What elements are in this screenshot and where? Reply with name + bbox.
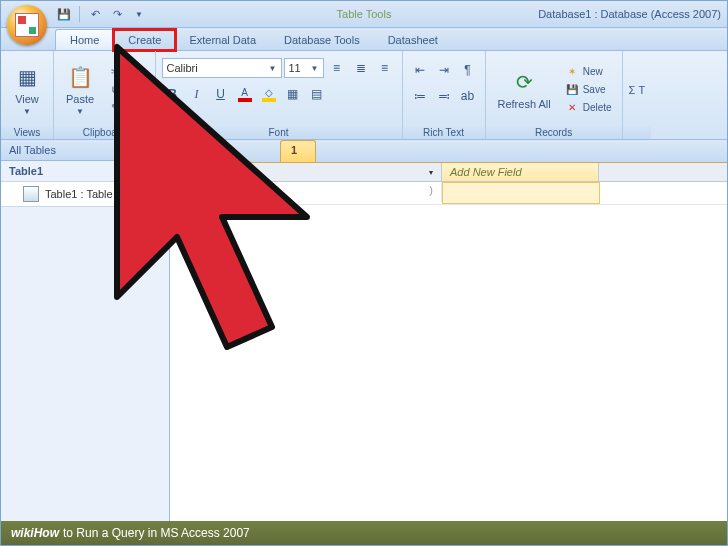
paste-label: Paste — [66, 93, 94, 105]
new-row-indicator-icon: * — [170, 182, 191, 204]
title-center: Table Tools — [337, 8, 392, 20]
cell[interactable]: ) — [191, 182, 442, 202]
group-views: ▦ View ▼ Views — [1, 51, 54, 139]
view-button[interactable]: ▦ View ▼ — [7, 61, 47, 118]
column-header-id[interactable]: ▾ — [191, 163, 442, 181]
group-rich-text: ⇤ ⇥ ¶ ≔ ≕ ab Rich Text — [403, 51, 486, 139]
watermark-brand: wikiHow — [11, 526, 59, 540]
chevron-down-icon: ▼ « — [146, 146, 161, 155]
content-area: 1 ▾ Add New Field * ) — [170, 140, 727, 522]
document-tabs: 1 — [170, 140, 727, 163]
group-label-views: Views — [1, 126, 53, 139]
group-label-clipboard: Clipboard — [54, 126, 155, 139]
datasheet: ▾ Add New Field * ) — [170, 163, 727, 205]
nav-group: Table1 Table1 : Table — [1, 161, 169, 207]
format-painter-icon: ✎ — [108, 101, 122, 115]
window-title: Database1 : Database (Access 2007) — [538, 8, 721, 20]
copy-icon: ⧉ — [108, 83, 122, 97]
group-records: ⟳ Refresh All ✶New 💾Save ✕Delete Records — [486, 51, 623, 139]
document-tab-table1[interactable]: 1 — [280, 140, 316, 162]
group-label-font: Font — [156, 126, 402, 139]
nav-header[interactable]: All Tables ▼ « — [1, 140, 169, 161]
refresh-icon: ⟳ — [510, 68, 538, 96]
refresh-label: Refresh All — [498, 98, 551, 110]
save-icon: 💾 — [565, 83, 579, 97]
increase-indent-icon[interactable]: ⇥ — [433, 59, 455, 81]
ribbon-tabs: Home Create External Data Database Tools… — [1, 28, 727, 51]
app-window: 💾 ↶ ↷ ▼ Table Tools Database1 : Database… — [0, 0, 728, 546]
select-all-cell[interactable] — [170, 163, 191, 181]
contextual-tab-title: Table Tools — [337, 8, 392, 20]
fill-color-button[interactable]: ◇ — [258, 83, 280, 105]
group-clipboard: 📋 Paste ▼ ✂Cut ⧉Cop ✎For Clipboard — [54, 51, 156, 139]
save-record-button[interactable]: 💾Save — [561, 82, 616, 98]
watermark-text: to Run a Query in MS Access 2007 — [63, 526, 250, 540]
italic-button[interactable]: I — [186, 83, 208, 105]
title-bar: 💾 ↶ ↷ ▼ Table Tools Database1 : Database… — [1, 1, 727, 28]
gridlines-button[interactable]: ▦ — [282, 83, 304, 105]
group-label-empty — [623, 126, 652, 139]
cut-icon: ✂ — [108, 65, 122, 79]
delete-icon: ✕ — [565, 101, 579, 115]
qat-dropdown-icon[interactable]: ▼ — [130, 5, 148, 23]
paste-icon: 📋 — [66, 63, 94, 91]
alt-row-button[interactable]: ▤ — [306, 83, 328, 105]
separator — [79, 6, 80, 22]
cut-button[interactable]: ✂Cut — [104, 64, 148, 80]
chevron-down-icon: ▼ — [23, 107, 31, 116]
font-name-combo[interactable]: Calibri▼ — [162, 58, 282, 78]
align-left-icon[interactable]: ≡ — [326, 57, 348, 79]
group-totals: Σ T — [623, 51, 652, 139]
new-field-cell[interactable] — [442, 182, 600, 204]
navigation-pane: All Tables ▼ « Table1 Table1 : Table — [1, 140, 170, 522]
highlight-icon[interactable]: ab — [457, 85, 479, 107]
underline-button[interactable]: U — [210, 83, 232, 105]
save-icon[interactable]: 💾 — [55, 5, 73, 23]
chevron-down-icon: ▼ — [269, 64, 277, 73]
ltr-icon[interactable]: ¶ — [457, 59, 479, 81]
align-right-icon[interactable]: ≡ — [374, 57, 396, 79]
nav-group-header[interactable]: Table1 — [1, 161, 169, 182]
tab-datasheet[interactable]: Datasheet — [374, 30, 452, 50]
tab-external-data[interactable]: External Data — [175, 30, 270, 50]
redo-icon[interactable]: ↷ — [108, 5, 126, 23]
paste-button[interactable]: 📋 Paste ▼ — [60, 61, 100, 118]
font-color-button[interactable]: A — [234, 83, 256, 105]
refresh-all-button[interactable]: ⟳ Refresh All — [492, 66, 557, 112]
tab-database-tools[interactable]: Database Tools — [270, 30, 374, 50]
numbering-icon[interactable]: ≕ — [433, 85, 455, 107]
tab-create[interactable]: Create — [114, 30, 175, 50]
add-new-field-column[interactable]: Add New Field — [442, 163, 599, 181]
chevron-down-icon: ▼ — [76, 107, 84, 116]
decrease-indent-icon[interactable]: ⇤ — [409, 59, 431, 81]
ribbon: ▦ View ▼ Views 📋 Paste ▼ ✂Cut ⧉Cop ✎For — [1, 51, 727, 140]
group-label-records: Records — [486, 126, 622, 139]
new-icon: ✶ — [565, 65, 579, 79]
view-icon: ▦ — [13, 63, 41, 91]
align-center-icon[interactable]: ≣ — [350, 57, 372, 79]
group-font: Calibri▼ 11▼ ≡ ≣ ≡ B I U A ◇ ▦ ▤ Font — [156, 51, 403, 139]
group-label-rich-text: Rich Text — [403, 126, 485, 139]
table-icon — [23, 186, 39, 202]
font-size-combo[interactable]: 11▼ — [284, 58, 324, 78]
chevron-down-icon: ▾ — [429, 168, 433, 177]
tab-home[interactable]: Home — [55, 29, 114, 50]
nav-item-table1[interactable]: Table1 : Table — [1, 182, 169, 206]
bullets-icon[interactable]: ≔ — [409, 85, 431, 107]
datasheet-header-row: ▾ Add New Field — [170, 163, 727, 182]
copy-button[interactable]: ⧉Cop — [104, 82, 148, 98]
delete-record-button[interactable]: ✕Delete — [561, 100, 616, 116]
office-button[interactable] — [7, 5, 47, 45]
bold-button[interactable]: B — [162, 83, 184, 105]
wikihow-watermark: wikiHow to Run a Query in MS Access 2007 — [1, 521, 727, 545]
new-record-button[interactable]: ✶New — [561, 64, 616, 80]
view-label: View — [15, 93, 39, 105]
workspace: All Tables ▼ « Table1 Table1 : Table 1 ▾… — [1, 140, 727, 522]
quick-access-toolbar: 💾 ↶ ↷ ▼ — [55, 5, 148, 23]
undo-icon[interactable]: ↶ — [86, 5, 104, 23]
chevron-down-icon: ▼ — [311, 64, 319, 73]
totals-label[interactable]: Σ T — [629, 84, 646, 96]
format-painter-button[interactable]: ✎For — [104, 100, 148, 116]
datasheet-new-row[interactable]: * ) — [170, 182, 727, 205]
